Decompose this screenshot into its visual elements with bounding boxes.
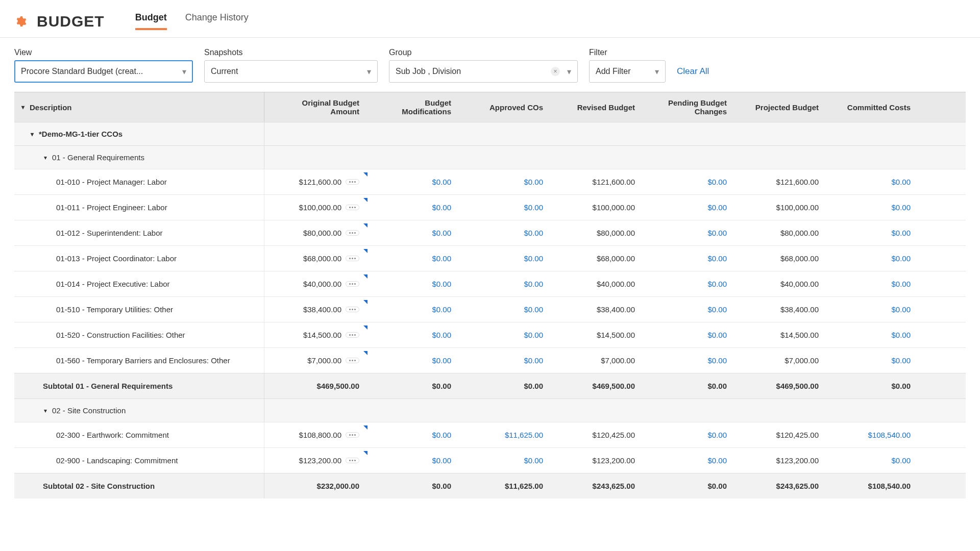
control-filter: Filter Add Filter ▾ (589, 48, 666, 83)
cell-revised: $7,000.00 (550, 351, 642, 370)
cell-approved[interactable]: $0.00 (458, 198, 550, 217)
col-committed[interactable]: Committed Costs (826, 98, 918, 117)
cell-pending[interactable]: $0.00 (642, 198, 734, 217)
more-actions-icon[interactable] (346, 432, 359, 438)
cell-approved[interactable]: $0.00 (458, 223, 550, 242)
note-indicator-icon (363, 172, 368, 177)
cell-committed[interactable]: $0.00 (826, 223, 918, 242)
cell-committed[interactable]: $0.00 (826, 249, 918, 268)
note-indicator-icon (363, 274, 368, 279)
cell-pending[interactable]: $0.00 (642, 351, 734, 370)
table-row: 01-011 - Project Engineer: Labor$100,000… (14, 194, 966, 220)
cell-mods[interactable]: $0.00 (366, 425, 458, 444)
table-row: 01-010 - Project Manager: Labor$121,600.… (14, 169, 966, 194)
cell-revised: $38,400.00 (550, 300, 642, 319)
cell-approved[interactable]: $0.00 (458, 300, 550, 319)
row-description: 01-560 - Temporary Barriers and Enclosur… (14, 348, 264, 373)
more-actions-icon[interactable] (346, 458, 359, 463)
filter-select[interactable]: Add Filter ▾ (589, 60, 666, 83)
cell-original: $7,000.00 (264, 351, 366, 370)
cell-mods[interactable]: $0.00 (366, 300, 458, 319)
cell-revised: $68,000.00 (550, 249, 642, 268)
tab-budget[interactable]: Budget (135, 12, 167, 30)
col-description[interactable]: ▾ Description (14, 92, 264, 122)
more-actions-icon[interactable] (346, 256, 359, 261)
note-indicator-icon (363, 249, 368, 253)
cell-pending[interactable]: $0.00 (642, 300, 734, 319)
cell-approved[interactable]: $0.00 (458, 172, 550, 191)
cell-mods[interactable]: $0.00 (366, 172, 458, 191)
cell-projected: $100,000.00 (734, 198, 826, 217)
cell-mods[interactable]: $0.00 (366, 325, 458, 344)
cell-committed[interactable]: $0.00 (826, 351, 918, 370)
col-projected[interactable]: Projected Budget (734, 98, 826, 117)
col-revised[interactable]: Revised Budget (550, 98, 642, 117)
note-indicator-icon (363, 325, 368, 330)
cell-mods[interactable]: $0.00 (366, 249, 458, 268)
col-mods[interactable]: Budget Modifications (366, 93, 458, 121)
cell-committed[interactable]: $0.00 (826, 274, 918, 293)
group-row[interactable]: ▾*Demo-MG-1-tier CCOs (14, 122, 966, 145)
chevron-down-icon[interactable]: ▾ (44, 154, 47, 161)
cell-committed[interactable]: $0.00 (826, 325, 918, 344)
cell-pending[interactable]: $0.00 (642, 172, 734, 191)
cell-mods[interactable]: $0.00 (366, 223, 458, 242)
control-view: View Procore Standard Budget (creat... ▾ (14, 48, 193, 83)
cell-pending[interactable]: $0.00 (642, 451, 734, 470)
cell-mods[interactable]: $0.00 (366, 451, 458, 470)
table-row: 01-520 - Construction Facilities: Other$… (14, 322, 966, 347)
row-description: 01-010 - Project Manager: Labor (14, 169, 264, 194)
table-header: ▾ Description Original Budget Amount Bud… (14, 92, 966, 122)
chevron-down-icon[interactable]: ▾ (31, 131, 34, 138)
cell-committed[interactable]: $0.00 (826, 172, 918, 191)
cell-approved[interactable]: $0.00 (458, 249, 550, 268)
row-description: 01-013 - Project Coordinator: Labor (14, 246, 264, 271)
clear-all-link[interactable]: Clear All (677, 66, 709, 83)
tab-change-history[interactable]: Change History (185, 12, 249, 30)
cell-approved[interactable]: $0.00 (458, 351, 550, 370)
cell-approved[interactable]: $0.00 (458, 325, 550, 344)
chevron-down-icon: ▾ (182, 67, 186, 77)
more-actions-icon[interactable] (346, 230, 359, 236)
cell-pending[interactable]: $0.00 (642, 274, 734, 293)
note-indicator-icon (363, 451, 368, 455)
chevron-down-icon[interactable]: ▾ (44, 407, 47, 414)
cell-pending[interactable]: $0.00 (642, 425, 734, 444)
cell-pending[interactable]: $0.00 (642, 249, 734, 268)
cell-committed[interactable]: $0.00 (826, 300, 918, 319)
more-actions-icon[interactable] (346, 307, 359, 312)
chevron-down-icon[interactable]: ▾ (21, 104, 24, 111)
more-actions-icon[interactable] (346, 358, 359, 363)
col-approved[interactable]: Approved COs (458, 98, 550, 117)
section-row[interactable]: ▾02 - Site Construction (14, 398, 966, 422)
close-icon[interactable]: × (551, 67, 560, 76)
col-pending[interactable]: Pending Budget Changes (642, 93, 734, 121)
more-actions-icon[interactable] (346, 281, 359, 287)
cell-approved[interactable]: $11,625.00 (458, 425, 550, 444)
col-original[interactable]: Original Budget Amount (264, 93, 366, 121)
cell-committed[interactable]: $108,540.00 (826, 425, 918, 444)
snapshots-select[interactable]: Current ▾ (204, 60, 378, 83)
cell-pending[interactable]: $0.00 (642, 223, 734, 242)
gear-icon[interactable] (14, 15, 27, 28)
cell-revised: $120,425.00 (550, 425, 642, 444)
cell-mods[interactable]: $0.00 (366, 198, 458, 217)
cell-approved[interactable]: $0.00 (458, 274, 550, 293)
view-select[interactable]: Procore Standard Budget (creat... ▾ (14, 60, 193, 83)
cell-mods[interactable]: $0.00 (366, 274, 458, 293)
cell-revised: $123,200.00 (550, 451, 642, 470)
note-indicator-icon (363, 223, 368, 228)
more-actions-icon[interactable] (346, 205, 359, 210)
more-actions-icon[interactable] (346, 332, 359, 338)
cell-mods[interactable]: $0.00 (366, 351, 458, 370)
group-select[interactable]: Sub Job , Division × ▾ (389, 60, 578, 83)
tabs: Budget Change History (135, 12, 249, 30)
more-actions-icon[interactable] (346, 179, 359, 185)
cell-pending[interactable]: $0.00 (642, 325, 734, 344)
section-row[interactable]: ▾01 - General Requirements (14, 145, 966, 169)
cell-committed[interactable]: $0.00 (826, 451, 918, 470)
subtotal-row: Subtotal 02 - Site Construction$232,000.… (14, 473, 966, 498)
cell-approved[interactable]: $0.00 (458, 451, 550, 470)
cell-committed[interactable]: $0.00 (826, 198, 918, 217)
cell-original: $108,800.00 (264, 425, 366, 444)
